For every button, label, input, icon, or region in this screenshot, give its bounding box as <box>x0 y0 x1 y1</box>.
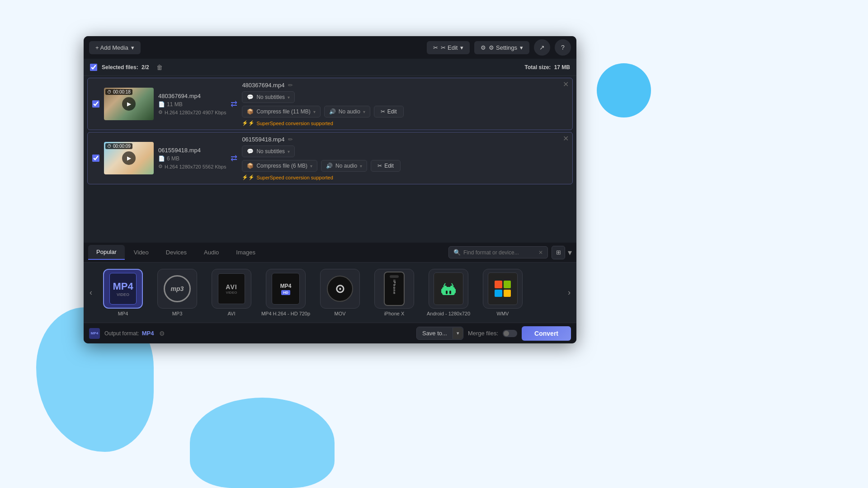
iphone-text: iPhone <box>392 280 396 295</box>
bg-blob-bottom-decoration <box>190 398 335 488</box>
file-item: ⏱ 00:00:18 ▶ 480367694.mp4 📄 11 MB ⚙ H.2… <box>87 78 573 130</box>
save-to-chevron-button[interactable]: ▾ <box>453 328 463 339</box>
mov-label: MOV <box>334 311 345 316</box>
file-1-compress-dropdown[interactable]: 📦 Compress file (11 MB) ▾ <box>242 106 320 117</box>
wmv-card <box>488 272 518 305</box>
win-pane-1 <box>495 281 502 288</box>
tab-popular[interactable]: Popular <box>88 245 125 260</box>
merge-files-toggle[interactable] <box>503 330 517 337</box>
tab-audio[interactable]: Audio <box>196 245 227 259</box>
format-grid-wrapper: ‹ MP4 VIDEO MP4 mp3 <box>84 263 576 323</box>
subtitle-icon-2: 💬 <box>247 148 254 155</box>
mp4-text: MP4 <box>113 281 133 292</box>
file-item: ⏱ 00:00:09 ▶ 061559418.mp4 📄 6 MB ⚙ H.26… <box>87 132 573 184</box>
file-1-codec: ⚙ H.264 1280x720 4907 Kbps <box>158 109 226 115</box>
avi-video-text: VIDEO <box>226 291 237 295</box>
convert-arrow-icon-2: ⇄ <box>231 153 237 163</box>
add-media-label: + Add Media <box>95 44 128 51</box>
tab-video[interactable]: Video <box>126 245 157 259</box>
audio-chevron-icon: ▾ <box>363 109 365 114</box>
file-2-play-button[interactable]: ▶ <box>122 151 136 165</box>
mp3-circle: mp3 <box>164 275 191 302</box>
mp4-label: MP4 <box>118 311 128 316</box>
format-prev-button[interactable]: ‹ <box>84 286 98 300</box>
file-1-edit-button[interactable]: ✂ Edit <box>374 106 404 117</box>
convert-button[interactable]: Convert <box>522 326 571 341</box>
mov-q-icon: ⊙ <box>335 282 345 296</box>
file-2-output-top: 061559418.mp4 ✏ <box>242 136 568 143</box>
file-1-output-controls2: 📦 Compress file (11 MB) ▾ 🔊 No audio ▾ ✂… <box>242 106 568 117</box>
file-2-edit-filename-icon[interactable]: ✏ <box>288 136 293 143</box>
format-expand-button[interactable]: ⊞ <box>552 246 565 259</box>
settings-icon: ⚙ <box>481 44 486 51</box>
output-settings-gear-icon[interactable]: ⚙ <box>159 330 165 337</box>
win-pane-2 <box>504 281 511 288</box>
delete-selected-button[interactable]: 🗑 <box>154 63 165 72</box>
format-item-mp3[interactable]: mp3 MP3 <box>152 269 202 316</box>
file-1-output-info: 480367694.mp4 ✏ 💬 No subtitles ▾ 📦 Compr… <box>242 82 568 126</box>
format-item-iphonex[interactable]: iPhone iPhone X <box>369 269 419 316</box>
format-grid: MP4 VIDEO MP4 mp3 MP3 <box>98 266 562 319</box>
file-2-subtitle-dropdown[interactable]: 💬 No subtitles ▾ <box>242 145 295 157</box>
file-2-compress-dropdown[interactable]: 📦 Compress file (6 MB) ▾ <box>242 160 317 172</box>
file-2-duration-badge: ⏱ 00:00:09 <box>105 143 132 149</box>
avi-text: AVI <box>226 283 237 291</box>
windows-logo <box>495 281 511 297</box>
compress-icon-2: 📦 <box>247 163 254 169</box>
format-section-collapse-icon[interactable]: ▾ <box>568 248 572 258</box>
mp3-label: MP3 <box>172 311 183 316</box>
file-1-output-controls: 💬 No subtitles ▾ <box>242 91 568 103</box>
format-item-mov[interactable]: ⊙ MOV <box>315 269 365 316</box>
superspeed-icon: ⚡⚡ <box>242 120 255 126</box>
file-2-audio-dropdown[interactable]: 🔊 No audio ▾ <box>321 160 367 172</box>
bottom-bar: MP4 Output format: MP4 ⚙ Save to... ▾ Me… <box>84 323 576 343</box>
settings-button[interactable]: ⚙ ⚙ Settings ▾ <box>474 41 529 54</box>
wmv-label: WMV <box>497 311 509 316</box>
mp3-text: mp3 <box>171 285 184 292</box>
format-item-android[interactable]: Android - 1280x720 <box>424 269 473 316</box>
file-1-subtitle-dropdown[interactable]: 💬 No subtitles ▾ <box>242 91 295 103</box>
file-1-checkbox[interactable] <box>92 100 99 108</box>
format-item-wmv[interactable]: WMV <box>478 269 528 316</box>
help-button[interactable]: ? <box>555 39 571 56</box>
add-media-button[interactable]: + Add Media ▾ <box>89 41 141 54</box>
tab-images[interactable]: Images <box>228 245 264 259</box>
format-item-avi[interactable]: AVI VIDEO AVI <box>207 269 256 316</box>
mp4-video-text: VIDEO <box>117 292 129 297</box>
svg-rect-4 <box>454 289 456 293</box>
file-2-checkbox[interactable] <box>92 155 99 162</box>
edit-button[interactable]: ✂ ✂ Edit ▾ <box>427 41 470 54</box>
format-item-mp4[interactable]: MP4 VIDEO MP4 <box>98 269 148 316</box>
help-icon: ? <box>561 44 565 51</box>
file-1-audio-dropdown[interactable]: 🔊 No audio ▾ <box>324 106 370 117</box>
file-1-play-button[interactable]: ▶ <box>122 97 136 111</box>
search-icon: 🔍 <box>453 249 461 256</box>
file-2-edit-button[interactable]: ✂ Edit <box>371 160 401 172</box>
clock-icon: ⏱ <box>107 144 112 149</box>
format-item-mp4hd[interactable]: MP4 HD MP4 H.264 - HD 720p <box>261 269 311 316</box>
format-search-clear-button[interactable]: ✕ <box>538 249 543 256</box>
output-format-value: MP4 <box>142 330 154 337</box>
file-2-close-button[interactable]: ✕ <box>563 135 569 142</box>
select-all-checkbox[interactable] <box>90 64 97 71</box>
subtitle-chevron-icon-2: ▾ <box>288 149 290 154</box>
save-to-button[interactable]: Save to... <box>417 327 453 339</box>
file-2-codec: ⚙ H.264 1280x720 5562 Kbps <box>158 164 226 169</box>
android-icon <box>429 269 468 309</box>
file-2-output-info: 061559418.mp4 ✏ 💬 No subtitles ▾ 📦 Compr… <box>242 136 568 180</box>
save-to-container: Save to... ▾ <box>416 327 463 340</box>
svg-rect-7 <box>446 291 448 294</box>
app-window: + Add Media ▾ ✂ ✂ Edit ▾ ⚙ ⚙ Settings ▾ … <box>84 36 576 343</box>
format-next-button[interactable]: › <box>562 286 576 300</box>
avi-card: AVI VIDEO <box>218 273 245 304</box>
format-search-input[interactable] <box>463 249 536 256</box>
share-button[interactable]: ↗ <box>534 39 550 56</box>
avi-icon: AVI VIDEO <box>212 269 251 309</box>
merge-files-label: Merge files: <box>468 330 498 337</box>
tab-devices[interactable]: Devices <box>158 245 195 259</box>
file-1-edit-filename-icon[interactable]: ✏ <box>288 82 293 89</box>
bg-circle-decoration <box>597 63 651 117</box>
file-1-close-button[interactable]: ✕ <box>563 81 569 88</box>
audio-chevron-icon-2: ▾ <box>360 164 362 169</box>
file-2-info: 061559418.mp4 📄 6 MB ⚙ H.264 1280x720 55… <box>158 147 226 169</box>
